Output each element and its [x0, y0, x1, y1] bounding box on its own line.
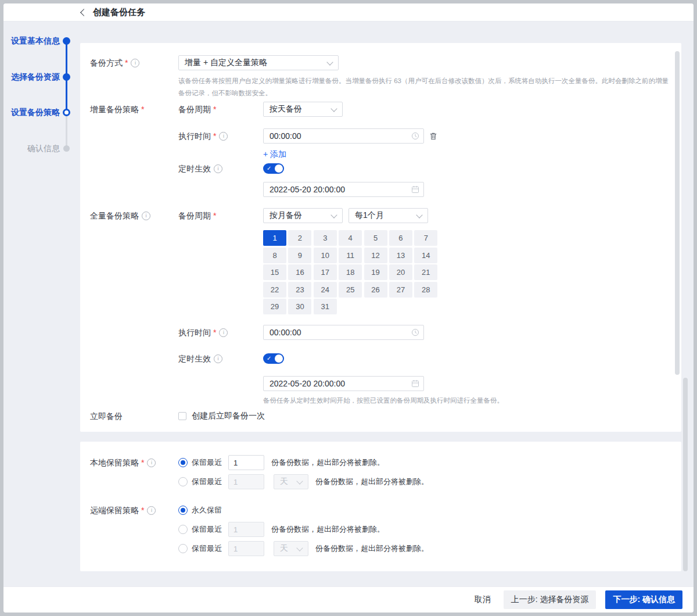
- info-icon[interactable]: [142, 212, 150, 220]
- calendar-day-31[interactable]: 31: [314, 299, 337, 314]
- immediate-backup-checkbox-row: 创建后立即备份一次: [178, 411, 265, 421]
- radio-icon[interactable]: [178, 544, 188, 553]
- full-interval-value: 每1个月: [355, 210, 384, 221]
- full-policy-content: 备份周期 按月备份 每1个月 1234567891011121314151617…: [178, 208, 504, 406]
- incremental-schedule-date-input[interactable]: [263, 182, 424, 197]
- cancel-button[interactable]: 取消: [469, 590, 497, 609]
- calendar-day-20[interactable]: 20: [389, 264, 412, 280]
- incremental-time-input[interactable]: [263, 128, 424, 144]
- radio-selected-icon[interactable]: [178, 458, 188, 467]
- step-dot-done-1: [63, 37, 70, 45]
- calendar-day-30[interactable]: 30: [288, 299, 311, 314]
- calendar-day-13[interactable]: 13: [389, 248, 412, 263]
- calendar-grid: 1234567891011121314151617181920212223242…: [263, 230, 504, 314]
- local-keep-unit-select: 天: [274, 474, 308, 489]
- step-select-backup-resource[interactable]: 选择备份资源: [3, 71, 60, 83]
- calendar-day-22[interactable]: 22: [263, 282, 286, 298]
- calendar-day-7[interactable]: 7: [414, 230, 437, 246]
- local-retention-label-wrap: 本地保留策略: [90, 455, 178, 470]
- calendar-day-15[interactable]: 15: [263, 264, 286, 280]
- calendar-day-16[interactable]: 16: [288, 264, 311, 280]
- incremental-cycle-select[interactable]: 按天备份: [263, 102, 343, 117]
- calendar-icon: [411, 379, 419, 388]
- radio-icon[interactable]: [178, 477, 188, 486]
- calendar-day-8[interactable]: 8: [263, 248, 286, 263]
- calendar-day-4[interactable]: 4: [339, 230, 362, 246]
- calendar-day-6[interactable]: 6: [389, 230, 412, 246]
- calendar-day-19[interactable]: 19: [364, 264, 387, 280]
- next-step-button[interactable]: 下一步: 确认信息: [605, 590, 682, 609]
- immediate-backup-checkbox[interactable]: [178, 412, 186, 420]
- full-time-label: 执行时间: [178, 325, 216, 340]
- step-set-basic-info[interactable]: 设置基本信息: [3, 35, 60, 46]
- full-time-input-wrap: [263, 325, 424, 340]
- incremental-schedule-row: 定时生效: [178, 163, 437, 174]
- chevron-down-icon: [326, 59, 333, 65]
- step-dot-pending: [63, 145, 70, 152]
- full-schedule-toggle[interactable]: [263, 353, 284, 364]
- radio-icon[interactable]: [178, 525, 188, 534]
- calendar-day-1[interactable]: 1: [263, 230, 286, 246]
- info-icon[interactable]: [214, 354, 222, 363]
- back-icon[interactable]: [80, 9, 88, 16]
- prev-step-button[interactable]: 上一步: 选择备份资源: [504, 590, 597, 609]
- calendar-day-24[interactable]: 24: [314, 282, 337, 298]
- backup-method-select[interactable]: 增量 + 自定义全量策略: [178, 55, 339, 70]
- full-cycle-select[interactable]: 按月备份: [263, 208, 343, 223]
- keep-recent-label: 保留最近: [192, 524, 222, 535]
- calendar-day-11[interactable]: 11: [339, 248, 362, 263]
- remote-retention-option-2: 保留最近 份备份数据，超出部分将被删除。: [178, 522, 429, 537]
- info-icon[interactable]: [219, 132, 228, 141]
- info-icon[interactable]: [219, 328, 228, 337]
- keep-recent-label: 保留最近: [192, 543, 222, 554]
- incremental-schedule-toggle[interactable]: [263, 163, 284, 174]
- page-scrollbar-thumb[interactable]: [683, 378, 688, 571]
- incremental-cycle-label: 备份周期: [178, 102, 216, 117]
- calendar-day-9[interactable]: 9: [288, 248, 311, 263]
- calendar-day-2[interactable]: 2: [288, 230, 311, 246]
- step-confirm-info[interactable]: 确认信息: [3, 142, 60, 154]
- calendar-day-14[interactable]: 14: [414, 248, 437, 263]
- full-schedule-row: 定时生效: [178, 353, 504, 364]
- radio-selected-icon[interactable]: [178, 506, 188, 515]
- full-time-input[interactable]: [263, 325, 424, 340]
- full-cycle-value: 按月备份: [270, 210, 302, 221]
- info-icon[interactable]: [147, 506, 156, 515]
- keep-recent-label: 保留最近: [192, 477, 222, 487]
- calendar-day-26[interactable]: 26: [364, 282, 387, 298]
- step-dot-done-2: [63, 73, 70, 81]
- calendar-day-12[interactable]: 12: [364, 248, 387, 263]
- card-scrollbar-thumb[interactable]: [675, 51, 680, 375]
- chevron-down-icon: [330, 105, 337, 112]
- step-set-backup-policy[interactable]: 设置备份策略: [3, 106, 60, 118]
- info-icon[interactable]: [131, 59, 139, 67]
- info-icon[interactable]: [214, 164, 222, 173]
- calendar-day-17[interactable]: 17: [314, 264, 337, 280]
- remote-keep-unit-select: 天: [274, 541, 308, 556]
- backup-method-row: 备份方式 增量 + 自定义全量策略 该备份任务将按照用户自定义的增量策略进行增量…: [90, 55, 670, 102]
- full-interval-select[interactable]: 每1个月: [348, 208, 428, 223]
- local-keep-count-input[interactable]: [228, 455, 264, 470]
- remote-keep-days-count-input: [228, 541, 264, 556]
- calendar-icon: [411, 185, 419, 194]
- add-time-link[interactable]: + 添加: [263, 149, 286, 159]
- calendar-day-18[interactable]: 18: [339, 264, 362, 280]
- calendar-day-21[interactable]: 21: [414, 264, 437, 280]
- local-retention-option-2: 保留最近 天 份备份数据，超出部分将被删除。: [178, 474, 429, 489]
- info-icon[interactable]: [147, 459, 156, 467]
- calendar-day-28[interactable]: 28: [414, 282, 437, 298]
- calendar-day-10[interactable]: 10: [314, 248, 337, 263]
- calendar-day-29[interactable]: 29: [263, 299, 286, 314]
- remote-retention-label: 远端保留策略: [90, 503, 144, 518]
- keep-suffix-label: 份备份数据，超出部分将被删除。: [271, 524, 385, 535]
- calendar-day-25[interactable]: 25: [339, 282, 362, 298]
- full-schedule-date-input[interactable]: [263, 376, 424, 391]
- calendar-day-3[interactable]: 3: [314, 230, 337, 246]
- calendar-day-23[interactable]: 23: [288, 282, 311, 298]
- toggle-knob: [275, 164, 283, 173]
- full-policy-row: 全量备份策略 备份周期 按月备份 每1个月: [90, 208, 670, 406]
- calendar-day-27[interactable]: 27: [389, 282, 412, 298]
- chevron-down-icon: [330, 212, 337, 218]
- calendar-day-5[interactable]: 5: [364, 230, 387, 246]
- delete-time-button[interactable]: [429, 132, 437, 141]
